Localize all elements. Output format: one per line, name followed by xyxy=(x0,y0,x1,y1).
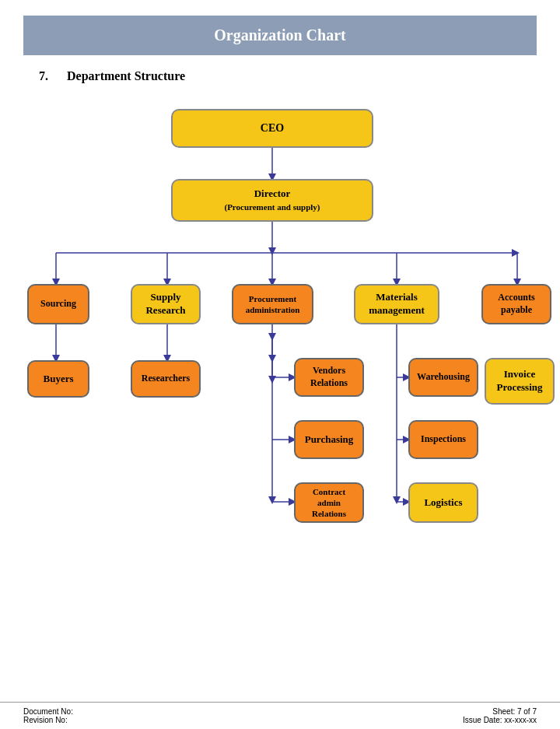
page-title: Organization Chart xyxy=(23,26,537,44)
section-label: Department Structure xyxy=(67,69,185,82)
purchasing-label: Purchasing xyxy=(305,433,354,447)
researchers-node: Researchers xyxy=(131,360,201,398)
vendors-relations-label: VendorsRelations xyxy=(310,365,348,389)
section-title: 7. Department Structure xyxy=(39,69,560,83)
issue-date-label: Issue Date: xx-xxx-xx xyxy=(463,716,537,724)
director-node: Director(Procurement and supply) xyxy=(171,179,373,222)
materials-mgmt-node: Materialsmanagement xyxy=(354,284,439,324)
inspections-node: Inspections xyxy=(408,420,478,459)
sourcing-node: Sourcing xyxy=(27,284,89,324)
logistics-label: Logistics xyxy=(424,496,462,510)
footer: Document No: Revision No: Sheet: 7 of 7 … xyxy=(0,702,560,729)
section-number: 7. xyxy=(39,69,48,82)
document-no-label: Document No: xyxy=(23,707,73,716)
contract-admin-node: Contract adminRelations xyxy=(294,482,364,523)
purchasing-node: Purchasing xyxy=(294,420,364,459)
researchers-label: Researchers xyxy=(142,373,190,385)
supply-research-label: SupplyResearch xyxy=(145,291,185,317)
invoice-processing-label: InvoiceProcessing xyxy=(497,368,543,394)
ceo-label: CEO xyxy=(261,121,284,135)
warehousing-label: Warehousing xyxy=(417,371,470,384)
sheet-label: Sheet: 7 of 7 xyxy=(463,707,537,716)
accounts-payable-label: Accountspayable xyxy=(498,292,534,316)
procurement-admin-node: Procurementadministration xyxy=(232,284,313,324)
page: Organization Chart 7. Department Structu… xyxy=(0,0,560,729)
warehousing-node: Warehousing xyxy=(408,358,478,397)
ceo-node: CEO xyxy=(171,109,373,148)
materials-mgmt-label: Materialsmanagement xyxy=(369,291,425,317)
buyers-label: Buyers xyxy=(44,373,74,386)
procurement-admin-label: Procurementadministration xyxy=(246,293,300,316)
inspections-label: Inspections xyxy=(421,433,466,446)
footer-right: Sheet: 7 of 7 Issue Date: xx-xxx-xx xyxy=(463,707,537,724)
contract-admin-label: Contract adminRelations xyxy=(300,486,358,520)
director-label: Director(Procurement and supply) xyxy=(224,188,320,214)
sourcing-label: Sourcing xyxy=(40,298,76,310)
revision-no-label: Revision No: xyxy=(23,716,73,724)
accounts-payable-node: Accountspayable xyxy=(481,284,551,324)
vendors-relations-node: VendorsRelations xyxy=(294,358,364,397)
org-chart: CEO Director(Procurement and supply) Sou… xyxy=(16,89,544,702)
header-bar: Organization Chart xyxy=(23,16,537,55)
logistics-node: Logistics xyxy=(408,482,478,523)
supply-research-node: SupplyResearch xyxy=(131,284,201,324)
footer-left: Document No: Revision No: xyxy=(23,707,73,724)
invoice-processing-node: InvoiceProcessing xyxy=(485,358,555,405)
buyers-node: Buyers xyxy=(27,360,89,398)
